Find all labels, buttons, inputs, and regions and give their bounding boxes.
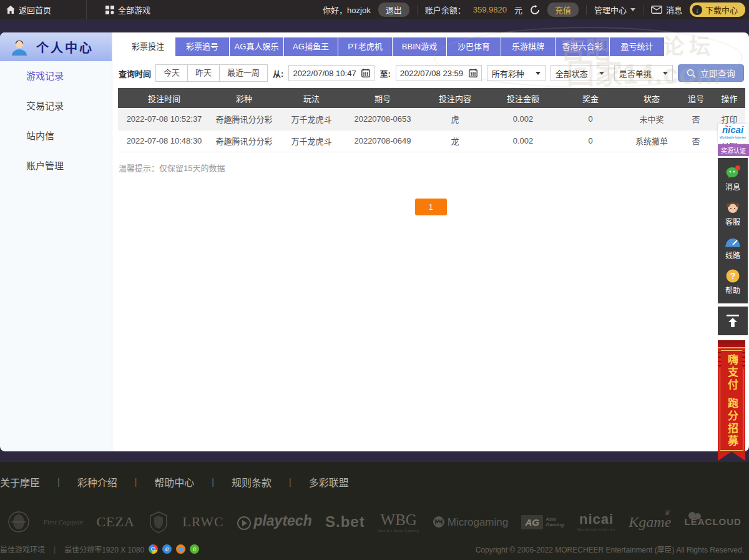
sidebar-item-site-mail[interactable]: 站内信 bbox=[0, 121, 112, 151]
microgaming-logo: Microgaming bbox=[433, 516, 508, 528]
first-cagayan-logo: First Cagayan bbox=[43, 519, 83, 526]
greeting-text: 你好，hozjok bbox=[323, 4, 371, 16]
envelope-icon bbox=[651, 6, 662, 14]
promo-ribbon-banner[interactable]: 嗨支付跑分招募 bbox=[718, 340, 745, 461]
admin-center-menu[interactable]: 管理中心 bbox=[594, 4, 635, 16]
footer-link-sep: | bbox=[212, 477, 214, 487]
messages-label: 消息 bbox=[718, 181, 748, 192]
lottery-type-select[interactable]: 所有彩种 bbox=[487, 65, 546, 81]
single-pick-select[interactable]: 是否单挑 bbox=[614, 65, 673, 81]
back-home-link[interactable]: 返回首页 bbox=[6, 4, 51, 16]
cell-bet-time: 2022-07-08 10:48:30 bbox=[118, 130, 210, 152]
tab-ag-fishing[interactable]: AG捕鱼王 bbox=[284, 37, 338, 56]
footer-link-about[interactable]: 关于摩臣 bbox=[0, 474, 40, 489]
yesterday-button[interactable]: 昨天 bbox=[187, 64, 220, 82]
ribbon-text: 嗨支付跑分招募 bbox=[725, 354, 738, 448]
refresh-icon[interactable] bbox=[530, 5, 540, 15]
footer-link-rules[interactable]: 规则条款 bbox=[232, 474, 272, 489]
query-bar: 查询时间 今天 昨天 最近一周 从: 2022/07/08 10:47 至: 2… bbox=[119, 64, 749, 82]
sidebar-item-account-management[interactable]: 账户管理 bbox=[0, 151, 112, 181]
last-week-button[interactable]: 最近一周 bbox=[219, 64, 268, 82]
playtech-logo: playtech bbox=[237, 514, 312, 530]
from-date-input[interactable]: 2022/07/08 10:47 bbox=[288, 65, 374, 81]
cell-lottery: 奇趣腾讯分分彩 bbox=[210, 130, 278, 152]
recharge-button[interactable]: 充值 bbox=[547, 2, 579, 17]
leacloud-logo: LEACLOUD bbox=[685, 517, 742, 527]
wbg-logo: WBG World's Best Gaming bbox=[378, 512, 419, 533]
sidebar-item-game-records[interactable]: 游戏记录 bbox=[0, 61, 112, 91]
page-1-button[interactable]: 1 bbox=[415, 199, 447, 215]
customer-service-item[interactable]: 客服 bbox=[718, 196, 748, 231]
tab-pt-slots[interactable]: PT老虎机 bbox=[338, 37, 393, 56]
tab-bar: 彩票投注 彩票追号 AG真人娱乐 AG捕鱼王 PT老虎机 BBIN游戏 沙巴体育… bbox=[121, 37, 749, 56]
all-games-link[interactable]: 全部游戏 bbox=[105, 4, 150, 16]
back-to-top-button[interactable] bbox=[718, 307, 748, 335]
download-center-button[interactable]: ↓ 下载中心 bbox=[690, 2, 745, 17]
ag-asia-gaming-logo: AG AsiaGaming bbox=[521, 515, 564, 529]
cell-status: 未中奖 bbox=[625, 108, 678, 130]
cell-chase: 否 bbox=[678, 130, 713, 152]
search-button[interactable]: 立即查询 bbox=[678, 64, 744, 82]
nicai-logo-subtext: Worldwide lotteries bbox=[718, 135, 748, 139]
lines-item[interactable]: 线路 bbox=[718, 231, 748, 265]
cell-content: 龙 bbox=[420, 130, 490, 152]
col-action: 操作 bbox=[713, 88, 745, 108]
table-row: 2022-07-08 10:52:37 奇趣腾讯分分彩 万千龙虎斗 202207… bbox=[118, 108, 745, 130]
print-link[interactable]: 打印 bbox=[721, 115, 737, 124]
tab-profit-stats[interactable]: 盈亏统计 bbox=[610, 37, 664, 56]
quick-actions-panel: 消息 客服 线路 bbox=[718, 158, 748, 303]
tab-bbin-games[interactable]: BBIN游戏 bbox=[393, 37, 447, 56]
messages-item[interactable]: 消息 bbox=[718, 161, 748, 196]
content-card: 个人中心 游戏记录 交易记录 站内信 账户管理 彩票投注 彩票追号 AG真人娱乐… bbox=[0, 32, 749, 451]
cell-content: 虎 bbox=[420, 108, 490, 130]
today-button[interactable]: 今天 bbox=[155, 64, 188, 82]
nicai-logo-badge[interactable]: ~nicai Worldwide lotteries bbox=[718, 124, 748, 143]
col-chase: 追号 bbox=[678, 88, 713, 108]
tab-ag-live[interactable]: AG真人娱乐 bbox=[230, 37, 284, 56]
lrwc-logo: LRWC bbox=[182, 515, 223, 529]
ribbon-body: 嗨支付跑分招募 bbox=[718, 348, 745, 461]
cell-issue: 20220708-0653 bbox=[345, 108, 420, 130]
message-link[interactable]: 消息 bbox=[651, 4, 682, 16]
footer-link-help-center[interactable]: 帮助中心 bbox=[154, 474, 194, 489]
help-label: 帮助 bbox=[718, 285, 748, 295]
footer-link-lottery-intro[interactable]: 彩种介绍 bbox=[77, 474, 117, 489]
ribbon-top-decoration bbox=[718, 340, 745, 348]
nicai-logo-text: ~nicai bbox=[722, 124, 743, 135]
help-item[interactable]: ? 帮助 bbox=[718, 265, 748, 300]
ie-icon: e bbox=[162, 544, 172, 554]
footer-link-alliance[interactable]: 多彩联盟 bbox=[309, 474, 349, 489]
tab-lottery-bets[interactable]: 彩票投注 bbox=[121, 37, 175, 56]
crest-logo bbox=[148, 511, 169, 533]
balance-unit: 元 bbox=[514, 4, 522, 16]
globe-emblem-logo bbox=[7, 511, 30, 533]
cell-status: 系统撤单 bbox=[625, 130, 678, 152]
footer-links: 关于摩臣 | 彩种介绍 | 帮助中心 | 规则条款 | 多彩联盟 bbox=[0, 474, 749, 489]
tab-lottery-chase[interactable]: 彩票追号 bbox=[175, 37, 230, 56]
status-select[interactable]: 全部状态 bbox=[551, 65, 609, 81]
bets-table: 投注时间 彩种 玩法 期号 投注内容 投注金额 奖金 状态 追号 操作 2022 bbox=[118, 88, 745, 152]
status-value: 全部状态 bbox=[556, 67, 588, 79]
nicai-footer-logo: nicai Worldwide lotteries bbox=[577, 513, 615, 531]
tab-hk-lottery[interactable]: 香港六合彩 bbox=[556, 37, 610, 56]
col-content: 投注内容 bbox=[420, 88, 490, 108]
col-status: 状态 bbox=[625, 88, 678, 108]
sidebar: 个人中心 游戏记录 交易记录 站内信 账户管理 bbox=[0, 32, 112, 451]
prize-source-cert-badge[interactable]: 奖源认证 bbox=[718, 144, 749, 156]
message-label: 消息 bbox=[666, 4, 682, 16]
cell-issue: 20220708-0649 bbox=[345, 130, 420, 152]
svg-text:?: ? bbox=[730, 271, 736, 281]
sidebar-item-transaction-records[interactable]: 交易记录 bbox=[0, 91, 112, 121]
help-icon: ? bbox=[718, 268, 748, 283]
main-area: 个人中心 游戏记录 交易记录 站内信 账户管理 彩票投注 彩票追号 AG真人娱乐… bbox=[0, 19, 749, 462]
col-playstyle: 玩法 bbox=[278, 88, 345, 108]
logout-button[interactable]: 退出 bbox=[378, 2, 409, 17]
cell-lottery: 奇趣腾讯分分彩 bbox=[210, 108, 278, 130]
balance-label: 账户余额： bbox=[425, 4, 466, 16]
to-date-input[interactable]: 2022/07/08 23:59 bbox=[396, 65, 482, 81]
tab-saba-sports[interactable]: 沙巴体育 bbox=[447, 37, 501, 56]
browser-360-icon: e bbox=[190, 544, 199, 554]
tab-leyou-chess[interactable]: 乐游棋牌 bbox=[501, 37, 556, 56]
col-bet-time: 投注时间 bbox=[118, 88, 210, 108]
cell-prize: 0 bbox=[556, 130, 625, 152]
